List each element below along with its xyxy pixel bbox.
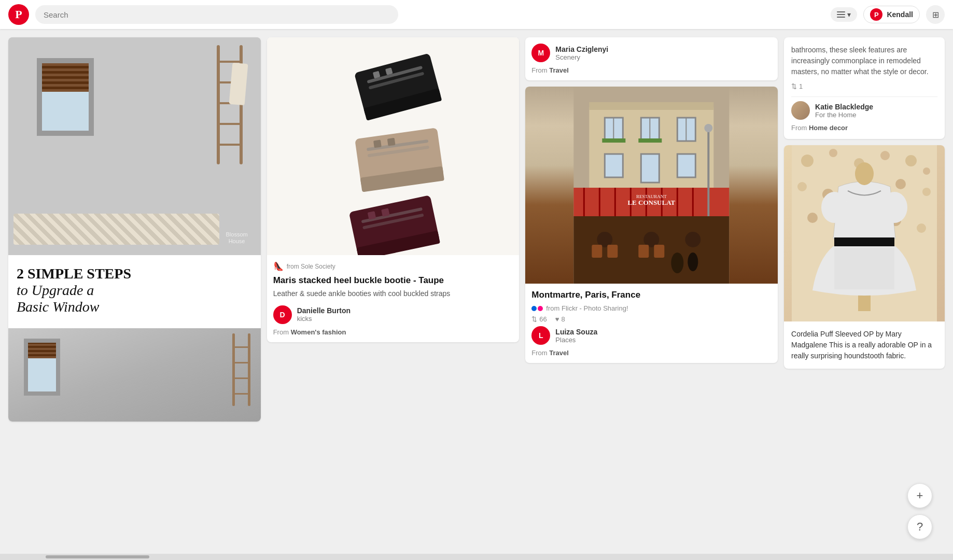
luiza-board: Places [555,336,597,344]
user-pin-letter: P [874,11,879,19]
boots-image[interactable] [267,37,520,255]
maria-card-body: M Maria Cziglenyi Scenery From Travel [525,37,778,80]
svg-rect-20 [590,102,714,110]
svg-rect-28 [639,138,662,143]
luiza-info: Luiza Souza Places [555,328,597,344]
svg-point-57 [801,155,814,167]
luiza-from-line: From Travel [531,349,772,357]
pinner-name: Danielle Burton [297,306,351,315]
fab-container: + ? [907,483,932,539]
maria-pinner-row: M Maria Cziglenyi Scenery [531,44,772,62]
user-pin-icon: P [870,8,882,21]
svg-text:LE CONSULAT: LE CONSULAT [628,199,676,206]
notification-button[interactable]: ⊞ [926,5,945,24]
right-text: bathrooms, these sleek features are incr… [791,45,937,77]
paris-card-body: Montmartre, Paris, France from Flickr - … [525,284,778,363]
luiza-initial: L [539,331,543,340]
svg-rect-31 [641,154,660,183]
svg-rect-17 [381,208,390,217]
pinterest-logo[interactable]: P [8,4,29,25]
maria-initial: M [538,49,544,57]
svg-point-62 [923,167,930,175]
svg-point-58 [829,149,837,157]
svg-rect-27 [602,138,626,143]
right-text-card-body: bathrooms, these sleek features are incr… [784,37,945,139]
maria-avatar[interactable]: M [531,44,550,62]
luiza-avatar[interactable]: L [531,326,550,345]
column-2: 👠 from Sole Society Maris stacked heel b… [267,37,520,342]
boots-title: Maris stacked heel buckle bootie - Taupe [273,275,513,286]
maria-name: Maria Cziglenyi [555,45,608,53]
header: P ▾ P Kendall ⊞ [0,0,953,29]
shoe-icon: 👠 [273,261,284,271]
dress-card-body: Cordelia Puff Sleeved OP by Mary Madgale… [784,321,945,369]
svg-point-63 [797,182,807,191]
search-input[interactable] [35,5,398,24]
maria-info: Maria Cziglenyi Scenery [555,45,608,61]
help-button[interactable]: ? [907,514,932,539]
paris-card: LE CONSULAT RESTAURANT [525,87,778,363]
svg-point-55 [688,253,698,271]
katie-from-line: From Home decor [791,124,937,132]
user-section[interactable]: P Kendall [863,6,920,23]
room-image-bottom[interactable] [8,328,261,422]
svg-text:RESTAURANT: RESTAURANT [636,194,667,199]
pinner-info: Danielle Burton kicks [297,306,351,323]
divider [791,96,937,97]
window-text-block: 2 SIMPLE STEPS to Upgrade a Basic Window [8,255,261,328]
watermark: Blossom House [226,231,247,245]
luiza-pinner-row: L Luiza Souza Places [531,326,772,345]
svg-rect-30 [678,154,696,177]
maria-from-line: From Travel [531,66,772,74]
svg-point-67 [922,188,931,196]
main-content: Blossom House 2 SIMPLE STEPS to Upgrade … [0,29,953,430]
svg-rect-11 [387,138,395,146]
window-headline: 2 SIMPLE STEPS to Upgrade a Basic Window [17,265,253,316]
like-stat: ♥ 8 [555,315,565,323]
svg-rect-10 [373,140,382,148]
flickr-dot-blue [531,306,537,311]
svg-rect-49 [608,245,618,258]
svg-rect-29 [605,154,623,177]
katie-name: Katie Blackledge [815,103,873,111]
svg-point-61 [905,155,917,166]
svg-point-47 [685,232,701,247]
heart-icon: ♥ [555,315,559,323]
svg-point-53 [705,124,713,132]
boots-desc: Leather & suede ankle booties with cool … [273,289,513,299]
right-text-card: bathrooms, these sleek features are incr… [784,37,945,139]
menu-chevron: ▾ [847,10,851,19]
username-label: Kendall [887,10,913,19]
svg-point-68 [807,213,818,223]
scrollbar[interactable] [0,554,953,560]
paris-image[interactable]: LE CONSULAT RESTAURANT [525,87,778,284]
pinner-row: D Danielle Burton kicks [273,305,513,324]
dress-description: Cordelia Puff Sleeved OP by Mary Madgale… [791,329,937,361]
boots-card-body: 👠 from Sole Society Maris stacked heel b… [267,255,520,342]
katie-board: For the Home [815,111,873,119]
from-line: From Women's fashion [273,328,513,336]
svg-rect-75 [834,248,894,289]
maria-card: M Maria Cziglenyi Scenery From Travel [525,37,778,80]
paris-title: Montmartre, Paris, France [531,290,772,300]
svg-point-54 [671,253,684,273]
menu-button[interactable]: ▾ [831,7,857,22]
boots-card: 👠 from Sole Society Maris stacked heel b… [267,37,520,342]
logo-letter: P [15,8,22,21]
dress-card: Cordelia Puff Sleeved OP by Mary Madgale… [784,145,945,369]
add-button[interactable]: + [907,483,932,508]
svg-point-60 [880,151,890,160]
flickr-dots [531,306,543,311]
repin-row: ⇅ 1 [791,82,937,90]
svg-point-76 [821,192,847,223]
svg-point-71 [917,223,926,233]
pinner-avatar[interactable]: D [273,305,292,324]
katie-avatar[interactable] [791,101,810,120]
room-image-top[interactable]: Blossom House [8,37,261,255]
scroll-thumb[interactable] [46,555,149,558]
katie-pinner-row: Katie Blackledge For the Home [791,101,937,120]
column-1: Blossom House 2 SIMPLE STEPS to Upgrade … [8,37,261,422]
dress-image[interactable] [784,145,945,321]
svg-rect-48 [592,245,602,258]
svg-point-66 [895,179,906,189]
